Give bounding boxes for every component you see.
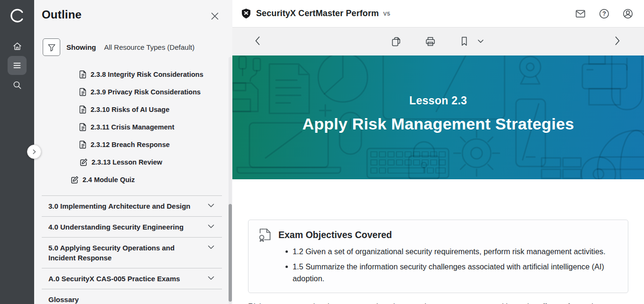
help-icon: ? — [598, 8, 610, 19]
menu-icon — [12, 61, 22, 70]
app-root: Outline Showing All Resource Types (Defa… — [0, 0, 644, 304]
lesson-list: 2.3.8 Integrity Risk Considerations 2.3.… — [34, 65, 232, 188]
collapse-outline-button[interactable] — [27, 145, 41, 159]
document-icon — [79, 140, 87, 149]
chevron-down-icon — [208, 276, 214, 280]
lesson-number-label: Lesson 2.3 — [232, 94, 644, 107]
outline-title: Outline — [42, 8, 82, 21]
document-icon — [79, 123, 87, 131]
filter-row: Showing All Resource Types (Default) — [43, 38, 194, 56]
main-content: SecurityX CertMaster Perform V5 ? — [232, 0, 644, 304]
scrollbar-thumb[interactable] — [229, 204, 232, 302]
sidebar-item-home[interactable] — [8, 37, 27, 55]
outline-item-2-3-9[interactable]: 2.3.9 Privacy Risk Considerations — [34, 83, 232, 101]
section-3-0[interactable]: 3.0 Implementing Architecture and Design — [42, 195, 222, 216]
chevron-down-icon — [208, 245, 214, 249]
outline-item-2-3-8[interactable]: 2.3.8 Integrity Risk Considerations — [34, 65, 232, 83]
bookmark-button[interactable] — [459, 36, 470, 47]
outline-item-2-4-quiz[interactable]: 2.4 Module Quiz — [34, 171, 232, 188]
outline-item-2-3-10[interactable]: 2.3.10 Risks of AI Usage — [34, 101, 232, 118]
lesson-title: Apply Risk Management Strategies — [232, 115, 644, 133]
close-outline-button[interactable] — [210, 11, 221, 21]
document-icon — [79, 70, 87, 79]
header-actions: ? — [572, 0, 636, 28]
outline-item-2-3-11[interactable]: 2.3.11 Crisis Management — [34, 118, 232, 136]
sidebar-item-search[interactable] — [8, 75, 27, 94]
intro-paragraph: Risk management involves a comprehensive… — [248, 301, 623, 304]
section-a-0[interactable]: A.0 SecurityX CAS-005 Practice Exams — [42, 268, 222, 289]
lesson-toolbar — [232, 28, 644, 55]
help-button[interactable]: ? — [596, 5, 613, 22]
section-4-0[interactable]: 4.0 Understanding Security Engineering — [42, 216, 222, 237]
logo-c-icon — [9, 8, 25, 24]
outline-item-label: 2.3.11 Crisis Management — [91, 123, 175, 131]
account-button[interactable] — [619, 5, 636, 22]
app-header: SecurityX CertMaster Perform V5 ? — [232, 0, 644, 28]
edit-icon — [79, 158, 88, 166]
bookmark-icon — [459, 36, 470, 47]
outline-item-label: 2.3.10 Risks of AI Usage — [91, 106, 169, 113]
outline-item-2-3-13[interactable]: 2.3.13 Lesson Review — [34, 153, 232, 171]
chevron-left-icon — [254, 36, 260, 46]
outline-panel: Outline Showing All Resource Types (Defa… — [34, 0, 232, 304]
chevron-down-icon — [478, 39, 484, 44]
comptia-logo[interactable] — [8, 6, 27, 25]
close-icon — [210, 11, 220, 21]
outline-scrollbar[interactable] — [229, 57, 232, 304]
home-icon — [12, 41, 22, 51]
section-label: Glossary — [48, 295, 79, 304]
filter-icon — [47, 43, 56, 52]
exam-objectives-card: Exam Objectives Covered 1.2 Given a set … — [248, 220, 628, 293]
section-glossary[interactable]: Glossary — [42, 289, 222, 304]
section-5-0[interactable]: 5.0 Applying Security Operations and Inc… — [42, 237, 222, 268]
exam-objectives-list: 1.2 Given a set of organizational securi… — [285, 246, 618, 284]
outline-item-label: 2.3.9 Privacy Risk Considerations — [91, 88, 201, 96]
sidebar-item-outline[interactable] — [8, 56, 27, 75]
edit-icon — [70, 175, 79, 184]
filter-showing-label: Showing — [66, 43, 96, 51]
document-icon — [79, 88, 87, 96]
search-icon — [12, 80, 22, 90]
svg-text:?: ? — [602, 10, 606, 17]
print-icon — [424, 36, 436, 47]
chevron-right-icon — [31, 148, 37, 155]
filter-value[interactable]: All Resource Types (Default) — [104, 43, 195, 51]
brand: SecurityX CertMaster Perform V5 — [241, 8, 390, 19]
chevron-down-icon — [208, 203, 214, 208]
exam-objectives-title: Exam Objectives Covered — [278, 230, 392, 240]
bookmark-menu-button[interactable] — [478, 39, 484, 44]
certificate-icon — [258, 228, 272, 242]
outline-item-label: 2.3.8 Integrity Risk Considerations — [91, 71, 203, 78]
copy-button[interactable] — [390, 36, 402, 47]
chevron-right-icon — [615, 36, 621, 46]
objective-item: 1.2 Given a set of organizational securi… — [285, 246, 618, 257]
previous-page-button[interactable] — [254, 36, 260, 46]
objective-item: 1.5 Summarize the information security c… — [285, 261, 618, 284]
page-title: SecurityX CertMaster Perform — [256, 9, 379, 18]
filter-button[interactable] — [43, 38, 60, 56]
copy-icon — [390, 36, 402, 47]
lesson-banner: Lesson 2.3 Apply Risk Management Strateg… — [232, 55, 644, 179]
securityx-shield-icon — [241, 8, 251, 19]
document-icon — [79, 105, 87, 114]
outline-sections: 3.0 Implementing Architecture and Design… — [42, 195, 222, 304]
mail-icon — [575, 8, 586, 19]
print-button[interactable] — [424, 36, 436, 47]
section-label: A.0 SecurityX CAS-005 Practice Exams — [48, 275, 180, 283]
outline-item-label: 2.4 Module Quiz — [83, 176, 135, 184]
section-label: 5.0 Applying Security Operations and Inc… — [48, 244, 175, 262]
next-page-button[interactable] — [615, 36, 621, 46]
outline-item-2-3-12[interactable]: 2.3.12 Breach Response — [34, 136, 232, 153]
version-badge: V5 — [383, 11, 390, 17]
account-icon — [622, 8, 634, 19]
chevron-down-icon — [208, 224, 214, 229]
outline-item-label: 2.3.13 Lesson Review — [92, 158, 162, 166]
lesson-body: Exam Objectives Covered 1.2 Given a set … — [232, 220, 644, 304]
section-label: 3.0 Implementing Architecture and Design — [48, 202, 191, 210]
section-label: 4.0 Understanding Security Engineering — [48, 223, 184, 231]
outline-item-label: 2.3.12 Breach Response — [91, 141, 170, 148]
messages-button[interactable] — [572, 5, 589, 22]
